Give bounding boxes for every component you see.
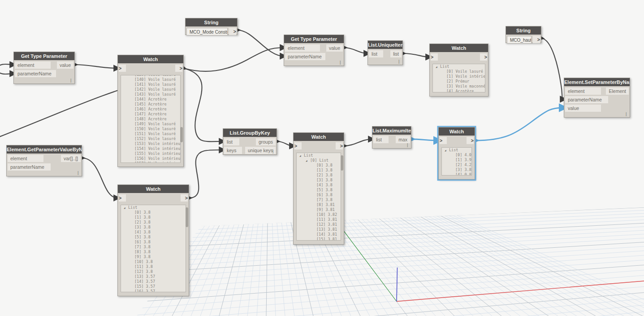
lacing-indicator[interactable]: | bbox=[398, 60, 400, 64]
node-element-getparametervaluebyname[interactable]: Element.GetParameterValueByName element … bbox=[6, 145, 82, 176]
port-input-list[interactable]: list bbox=[369, 50, 383, 57]
port-output-var[interactable]: var[]..[] bbox=[61, 155, 81, 162]
lacing-indicator[interactable]: | bbox=[70, 79, 72, 83]
watch-row: [8] 3.81 bbox=[297, 202, 341, 207]
node-title[interactable]: Get Type Parameter bbox=[284, 35, 344, 43]
port-output-list[interactable]: list bbox=[390, 50, 402, 57]
watch-row: [12] 3.81 bbox=[297, 222, 341, 227]
lacing-indicator[interactable]: | bbox=[625, 112, 627, 116]
node-title[interactable]: Watch bbox=[430, 44, 488, 52]
wire-watch-b-to-groupbykey-keys[interactable] bbox=[189, 150, 223, 198]
node-title[interactable]: Get Type Parameter bbox=[14, 52, 74, 60]
port-input-list[interactable]: list bbox=[373, 136, 389, 143]
wire-gtp2-value-to-uniqueitems[interactable] bbox=[344, 48, 367, 53]
wire-watch-c-to-maximumitem[interactable] bbox=[344, 139, 372, 146]
string-value-input[interactable]: MCO_Mode Constructif bbox=[186, 28, 228, 35]
node-string-2[interactable]: String MCO_hauteur > bbox=[506, 26, 541, 43]
port-input-list[interactable]: list bbox=[224, 138, 239, 145]
port-input-chevron[interactable]: > bbox=[440, 137, 447, 144]
wire-watch-a-to-groupbykey-list[interactable] bbox=[184, 68, 223, 141]
node-watch-a[interactable]: Watch > > [139] Voile lasuré[140] Voile … bbox=[117, 55, 184, 167]
port-output-chevron[interactable]: > bbox=[229, 28, 236, 35]
port-output-chevron[interactable]: > bbox=[175, 65, 182, 72]
node-title[interactable]: Watch bbox=[118, 55, 183, 63]
port-output-value[interactable]: value bbox=[57, 61, 73, 69]
node-list-groupbykey[interactable]: List.GroupByKey list groups keys unique … bbox=[223, 128, 277, 155]
port-input-chevron[interactable]: > bbox=[119, 65, 126, 72]
expander-icon[interactable]: ◢ bbox=[299, 153, 304, 158]
port-input-parametername[interactable]: parameterName bbox=[285, 53, 325, 60]
node-element-setparameterbyname[interactable]: Element.SetParameterByName element Eleme… bbox=[564, 78, 630, 118]
node-list-maximumitem[interactable]: List.MaximumItem list max | bbox=[372, 126, 411, 149]
node-title[interactable]: Element.GetParameterValueByName bbox=[7, 145, 82, 154]
scrollbar-thumb[interactable] bbox=[180, 127, 183, 142]
port-input-parametername[interactable]: parameterName bbox=[565, 96, 608, 103]
expander-icon[interactable]: ◢ bbox=[436, 64, 440, 69]
lacing-indicator[interactable]: | bbox=[272, 149, 274, 154]
lacing-indicator[interactable]: | bbox=[77, 171, 79, 175]
watch-row: [12] 3.8 bbox=[121, 269, 186, 274]
node-list-uniqueitems[interactable]: List.UniqueItems list list | bbox=[367, 40, 403, 65]
lacing-indicator[interactable]: | bbox=[406, 143, 409, 147]
port-output-chevron[interactable]: > bbox=[336, 142, 343, 149]
expander-icon[interactable]: ◢ bbox=[124, 205, 128, 210]
port-input-parametername[interactable]: parameterName bbox=[8, 163, 51, 171]
port-output-chevron[interactable]: > bbox=[467, 137, 474, 144]
node-watch-b[interactable]: Watch > > ◢List[0] 3.8[1] 3.8[2] 3.8[3] … bbox=[117, 184, 189, 296]
port-output-value[interactable]: value bbox=[326, 44, 343, 52]
node-title[interactable]: Watch bbox=[439, 127, 475, 136]
port-output-chevron[interactable]: > bbox=[480, 53, 487, 61]
port-input-chevron[interactable]: > bbox=[294, 142, 302, 149]
node-title[interactable]: List.UniqueItems bbox=[368, 41, 402, 49]
node-get-type-parameter-2[interactable]: Get Type Parameter element value paramet… bbox=[284, 35, 344, 66]
port-input-element[interactable]: element bbox=[285, 44, 320, 52]
wire-uniqueitems-to-watch-d[interactable] bbox=[403, 53, 429, 57]
port-output-groups[interactable]: groups bbox=[256, 138, 276, 145]
string-value-input[interactable]: MCO_hauteur bbox=[507, 36, 532, 44]
node-title[interactable]: Watch bbox=[294, 133, 344, 141]
scrollbar-thumb[interactable] bbox=[186, 207, 188, 227]
watch-row: [6] 3.8 bbox=[121, 240, 186, 245]
port-output-max[interactable]: max bbox=[396, 136, 410, 143]
port-input-chevron[interactable]: > bbox=[431, 53, 438, 61]
dynamo-canvas[interactable]: { "ui": { "port_chevron": ">", "expander… bbox=[0, 0, 644, 316]
node-title[interactable]: String bbox=[506, 26, 541, 35]
port-output-element[interactable]: Element bbox=[606, 88, 629, 95]
wire-gtp1-value-to-watch-a[interactable] bbox=[75, 65, 117, 68]
node-title[interactable]: String bbox=[186, 18, 237, 26]
node-title[interactable]: Element.SetParameterByName bbox=[564, 78, 630, 86]
port-input-chevron[interactable]: > bbox=[119, 194, 126, 202]
port-input-value[interactable]: value bbox=[565, 105, 601, 112]
node-watch-e-selected[interactable]: Watch > > ◢List[0] 4.01[1] 3.93[2] 4.25[… bbox=[438, 127, 475, 180]
port-input-element[interactable]: element bbox=[15, 61, 51, 69]
wire-getparam-to-watch-b[interactable] bbox=[82, 158, 117, 198]
wire-groupbykey-groups-to-watch-c[interactable] bbox=[277, 141, 293, 146]
node-watch-c[interactable]: Watch > > ◢List◢[0] List[0] 3.8[1] 3.8[2… bbox=[293, 132, 344, 245]
node-string-1[interactable]: String MCO_Mode Constructif > bbox=[185, 18, 238, 35]
wire-maximumitem-to-watch-e-selected[interactable] bbox=[411, 139, 438, 140]
port-output-uniquekeys[interactable]: unique keys bbox=[245, 147, 276, 154]
port-input-keys[interactable]: keys bbox=[224, 147, 242, 154]
port-input-element[interactable]: element bbox=[565, 88, 601, 95]
node-get-type-parameter-1[interactable]: Get Type Parameter element value paramet… bbox=[13, 52, 75, 84]
wire-watch-a-to-gtp2-element[interactable] bbox=[184, 48, 284, 71]
expander-icon[interactable]: ◢ bbox=[306, 158, 310, 163]
port-input-parametername[interactable]: parameterName bbox=[15, 70, 56, 77]
port-input-element[interactable]: element bbox=[8, 155, 43, 162]
port-output-chevron[interactable]: > bbox=[181, 194, 188, 202]
wire-offscreen-to-gtp1-parametername[interactable] bbox=[0, 69, 13, 74]
wire-string1-to-gtp2-parametername[interactable] bbox=[238, 30, 284, 56]
scrollbar-thumb[interactable] bbox=[341, 155, 343, 171]
node-title[interactable]: List.GroupByKey bbox=[223, 129, 277, 137]
wire-watch-e-to-setparam-value-selected[interactable] bbox=[475, 108, 564, 140]
expander-icon[interactable]: ◢ bbox=[445, 148, 449, 153]
node-title[interactable]: Watch bbox=[118, 185, 189, 193]
watch-row: [2] 4.25 bbox=[442, 162, 471, 167]
port-output-chevron[interactable]: > bbox=[533, 36, 540, 43]
watch-row: [4] 0.86 bbox=[442, 172, 471, 176]
node-watch-d[interactable]: Watch > > ◢List[0] Voile lasuré[1] Voile… bbox=[429, 44, 488, 97]
node-title[interactable]: List.MaximumItem bbox=[372, 127, 411, 135]
lacing-indicator[interactable]: | bbox=[339, 61, 341, 65]
wire-offscreen-to-gtp1-element[interactable] bbox=[0, 64, 13, 69]
wire-string2-to-setparam-parametername[interactable] bbox=[541, 38, 564, 99]
